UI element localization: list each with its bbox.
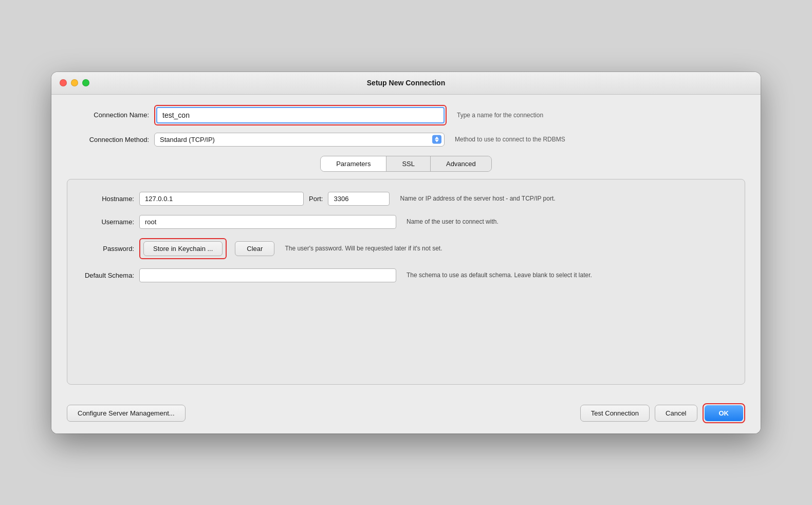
connection-method-wrapper: Standard (TCP/IP) Local Socket/Pipe Stan… (154, 133, 445, 147)
connection-name-row: Connection Name: Type a name for the con… (67, 105, 745, 125)
footer-right: Test Connection Cancel OK (580, 403, 745, 423)
password-row: Password: Store in Keychain ... Clear Th… (83, 238, 729, 259)
tab-ssl[interactable]: SSL (386, 156, 431, 171)
username-label: Username: (83, 218, 134, 226)
username-input[interactable] (139, 215, 396, 229)
hostname-label: Hostname: (83, 195, 134, 203)
configure-server-button[interactable]: Configure Server Management... (67, 405, 186, 422)
test-connection-button[interactable]: Test Connection (580, 405, 650, 422)
username-hint: Name of the user to connect with. (407, 218, 729, 225)
main-content: Connection Name: Type a name for the con… (51, 95, 761, 395)
maximize-button[interactable] (82, 79, 89, 86)
traffic-lights (60, 79, 89, 86)
setup-connection-window: Setup New Connection Connection Name: Ty… (51, 72, 761, 434)
default-schema-row: Default Schema: The schema to use as def… (83, 268, 729, 282)
connection-method-hint: Method to use to connect to the RDBMS (455, 136, 745, 143)
hostname-input[interactable] (139, 192, 304, 206)
connection-method-select[interactable]: Standard (TCP/IP) Local Socket/Pipe Stan… (154, 133, 445, 147)
title-bar: Setup New Connection (51, 72, 761, 95)
default-schema-label: Default Schema: (83, 272, 134, 279)
port-input[interactable] (328, 192, 390, 206)
connection-method-row: Connection Method: Standard (TCP/IP) Loc… (67, 133, 745, 147)
hostname-row: Hostname: Port: Name or IP address of th… (83, 192, 729, 206)
default-schema-input[interactable] (139, 268, 396, 282)
default-schema-hint: The schema to use as default schema. Lea… (407, 272, 729, 279)
connection-name-outline (154, 105, 447, 125)
parameters-panel: Hostname: Port: Name or IP address of th… (67, 179, 745, 385)
close-button[interactable] (60, 79, 67, 86)
connection-name-label: Connection Name: (67, 111, 149, 119)
tab-advanced[interactable]: Advanced (431, 156, 491, 171)
minimize-button[interactable] (71, 79, 78, 86)
ok-button-outline: OK (703, 403, 746, 423)
tab-parameters[interactable]: Parameters (321, 156, 386, 171)
username-row: Username: Name of the user to connect wi… (83, 215, 729, 229)
clear-password-button[interactable]: Clear (235, 241, 274, 256)
password-label: Password: (83, 245, 134, 252)
connection-name-hint: Type a name for the connection (457, 112, 745, 119)
port-group: Port: (309, 192, 390, 206)
store-keychain-button[interactable]: Store in Keychain ... (143, 241, 223, 256)
password-outline: Store in Keychain ... (139, 238, 227, 259)
password-hint: The user's password. Will be requested l… (285, 245, 729, 252)
window-title: Setup New Connection (51, 79, 761, 87)
footer: Configure Server Management... Test Conn… (51, 395, 761, 434)
connection-method-label: Connection Method: (67, 136, 149, 143)
port-label: Port: (309, 195, 323, 203)
hostname-hint: Name or IP address of the server host - … (400, 195, 729, 202)
tabs-container: Parameters SSL Advanced (67, 156, 745, 172)
cancel-button[interactable]: Cancel (655, 405, 697, 422)
ok-button[interactable]: OK (705, 405, 744, 421)
footer-left: Configure Server Management... (67, 405, 186, 422)
connection-name-input[interactable] (156, 107, 445, 123)
tab-group: Parameters SSL Advanced (320, 156, 492, 172)
